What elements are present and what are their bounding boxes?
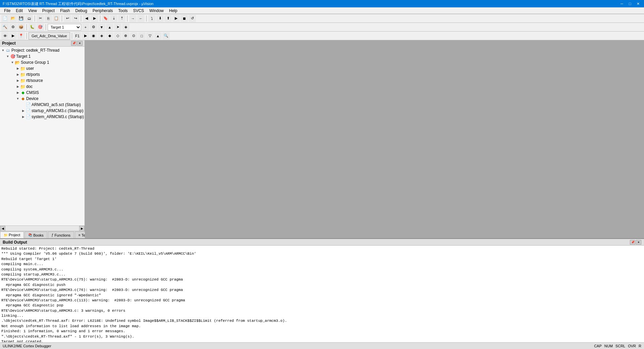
menu-svcs[interactable]: SVCS <box>130 8 147 14</box>
fn5-btn[interactable]: ◆ <box>106 32 113 40</box>
paste-btn[interactable]: 📋 <box>53 15 60 22</box>
output-close-btn[interactable]: ✕ <box>636 240 641 245</box>
reset-btn[interactable]: ↺ <box>189 15 196 22</box>
fn10-btn[interactable]: ▽ <box>146 32 154 40</box>
nav-back-btn[interactable]: ◀ <box>83 15 90 22</box>
tree-item-doc[interactable]: ▶ 📁 doc <box>0 84 85 90</box>
next-error-btn[interactable]: ▼ <box>98 23 105 31</box>
functions-tab-icon: ƒ <box>52 233 54 237</box>
tree-item-cmsis[interactable]: ▶ ◆ CMSIS <box>0 90 85 96</box>
trace-btn[interactable]: 📍 <box>17 32 25 40</box>
bookmark-next-btn[interactable]: ⇣ <box>110 15 117 22</box>
tab-functions[interactable]: ƒ Functions <box>48 232 74 238</box>
tab-project[interactable]: 📁 Project <box>0 232 24 238</box>
tree-item-device[interactable]: ▼ ◆ Device <box>0 96 85 102</box>
output-line-14: .\Objects\cedtek_RT-Thread.axf: Error: L… <box>1 318 643 323</box>
tree-item-source-group1[interactable]: ▼ 📂 Source Group 1 <box>0 59 85 65</box>
fn12-btn[interactable]: 🔍 <box>162 32 170 40</box>
save-btn[interactable]: 💾 <box>17 15 25 22</box>
tree-item-target1[interactable]: ▼ 🎯 Target 1 <box>0 53 85 59</box>
expander-rtt-source: ▶ <box>15 78 20 83</box>
panel-pin-btn[interactable]: 📌 <box>71 41 76 46</box>
stop-btn[interactable]: ⏹ <box>180 15 188 22</box>
target-settings-btn[interactable]: ⚙ <box>90 23 97 31</box>
menu-view[interactable]: View <box>25 8 40 14</box>
nav-fwd-btn[interactable]: ▶ <box>91 15 98 22</box>
expander-rtt-ports: ▶ <box>15 72 20 77</box>
menu-project[interactable]: Project <box>40 8 57 14</box>
undo-btn[interactable]: ↩ <box>64 15 71 22</box>
prev-error-btn[interactable]: ▲ <box>106 23 113 31</box>
menu-peripherals[interactable]: Peripherals <box>90 8 116 14</box>
fn1-btn[interactable]: F1 <box>74 32 81 40</box>
menu-flash[interactable]: Flash <box>57 8 72 14</box>
tree-item-user[interactable]: ▶ 📁 user <box>0 65 85 71</box>
unindent-btn[interactable]: ← <box>137 15 145 22</box>
scroll-left-arrow[interactable]: ◀ <box>0 226 5 231</box>
sep9 <box>26 33 27 39</box>
panel-close-btn[interactable]: ✕ <box>77 41 83 46</box>
tree-item-project-root[interactable]: ▼ 🗂 Project: cedtek_RT-Thread <box>0 47 85 53</box>
fn8-btn[interactable]: ⊙ <box>130 32 138 40</box>
exec-btn[interactable]: ▶ <box>9 32 17 40</box>
expander-doc: ▶ <box>15 84 20 89</box>
output-pin-btn[interactable]: 📌 <box>630 240 635 245</box>
menu-window[interactable]: Window <box>147 8 166 14</box>
output-line-2: Rebuild target 'Target 1' <box>1 257 643 262</box>
tree-item-startup-armcm3[interactable]: ▶ 📄 startup_ARMCM3.c (Startup) <box>0 108 85 114</box>
step-in-btn[interactable]: ⬇ <box>156 15 164 22</box>
close-button[interactable]: ✕ <box>635 1 641 6</box>
target-options-btn[interactable]: 🎯 <box>37 23 44 31</box>
menu-help[interactable]: Help <box>166 8 180 14</box>
menu-debug[interactable]: Debug <box>73 8 90 14</box>
copy-btn[interactable]: ⎘ <box>45 15 52 22</box>
fn3-btn[interactable]: ◉ <box>90 32 97 40</box>
project-icon: 🗂 <box>5 48 11 53</box>
bookmark-btn[interactable]: 🔖 <box>102 15 109 22</box>
fn2-btn[interactable]: ▶ <box>82 32 89 40</box>
step-out-btn[interactable]: ⬆ <box>164 15 172 22</box>
batch-btn[interactable]: 📦 <box>17 23 25 31</box>
tree-item-system-armcm3[interactable]: ▶ 📄 system_ARMCM3.c (Startup) <box>0 114 85 120</box>
minimize-button[interactable]: ─ <box>619 1 625 6</box>
translate-btn[interactable]: ⚙ <box>9 23 17 31</box>
tree-item-rtt-source[interactable]: ▶ 📁 rtt/source <box>0 78 85 84</box>
menu-file[interactable]: File <box>1 8 13 14</box>
save-all-btn[interactable]: 🗂 <box>25 15 33 22</box>
indent-btn[interactable]: → <box>129 15 137 22</box>
build-all-btn[interactable]: 🔨 <box>1 23 9 31</box>
scroll-right-arrow[interactable]: ▶ <box>79 226 85 231</box>
menu-edit[interactable]: Edit <box>13 8 25 14</box>
fn11-btn[interactable]: ▲ <box>154 32 162 40</box>
jump-btn[interactable]: ➤ <box>114 23 121 31</box>
tab-project-label: Project <box>9 233 20 237</box>
open-btn[interactable]: 📂 <box>9 15 17 22</box>
cut-btn[interactable]: ✂ <box>37 15 44 22</box>
expander-source-group1: ▼ <box>10 60 15 65</box>
tree-item-armcm3-sct[interactable]: ▶ 📄 ARMCM3_ac5.sct (Startup) <box>0 102 85 108</box>
fn7-btn[interactable]: ⊕ <box>122 32 129 40</box>
debug-btn[interactable]: 🐛 <box>29 23 36 31</box>
tab-books[interactable]: 📚 Books <box>24 232 47 238</box>
panel-horizontal-scrollbar[interactable]: ◀ ▶ <box>0 226 85 231</box>
startup-armcm3-label: startup_ARMCM3.c (Startup) <box>32 108 84 113</box>
run-btn[interactable]: ▶ <box>172 15 180 22</box>
get-adc-dma-btn[interactable]: Get_Adc_Dma_Value <box>29 32 70 40</box>
watch-add-btn[interactable]: 👁 <box>1 32 9 40</box>
add-target-btn[interactable]: + <box>82 23 89 31</box>
fn9-btn[interactable]: □ <box>138 32 146 40</box>
step-over-btn[interactable]: ⤵ <box>148 15 156 22</box>
tree-item-rtt-ports[interactable]: ▶ 📁 rtt/ports <box>0 71 85 78</box>
fn4-btn[interactable]: ◈ <box>98 32 105 40</box>
maximize-button[interactable]: □ <box>627 1 633 6</box>
menu-tools[interactable]: Tools <box>116 8 130 14</box>
rte-btn[interactable]: ◈ <box>122 23 129 31</box>
redo-btn[interactable]: ↪ <box>72 15 79 22</box>
expander-device: ▼ <box>15 96 20 101</box>
target-select[interactable]: Target 1 <box>48 24 81 31</box>
output-line-12: RTE\Device\ARMCM3\startup_ARMCM3.c: 3 wa… <box>1 308 643 313</box>
bookmark-prev-btn[interactable]: ⇡ <box>118 15 125 22</box>
output-line-3: compiling main.c... <box>1 262 643 267</box>
new-file-btn[interactable]: 📄 <box>1 15 9 22</box>
fn6-btn[interactable]: ◇ <box>114 32 121 40</box>
